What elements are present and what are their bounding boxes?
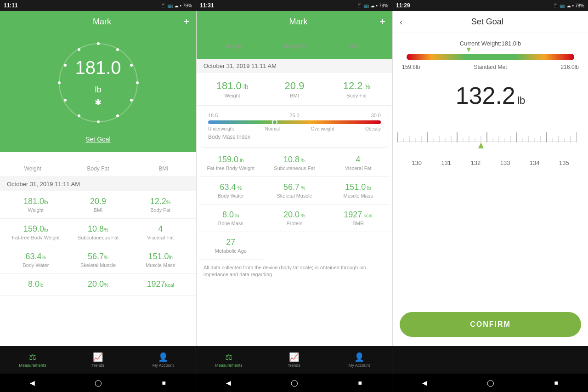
detail-date-row: October 31, 2019 11:11 AM [197, 59, 392, 73]
detail-title: Mark [217, 17, 379, 27]
stat-bmi-label: BMI [131, 165, 196, 172]
range-indicator: ▼ [465, 45, 472, 54]
svg-point-7 [97, 120, 100, 123]
meas-bmr: 1927kcal [129, 279, 192, 290]
home-system-btn-3[interactable]: ◯ [482, 377, 499, 389]
meas-bodyfat-lbl: Body Fat [129, 207, 192, 213]
home-system-btn-1[interactable]: ◯ [90, 377, 107, 389]
nav-account-1[interactable]: 👤 My Account [130, 350, 196, 370]
set-goal-title: Set Goal [407, 17, 567, 27]
svg-point-8 [78, 114, 80, 117]
svg-point-10 [58, 81, 61, 84]
measurements-label-2: Measurements [215, 363, 243, 368]
detail-bmi-val: 20.9 BMI [263, 80, 325, 98]
stat-bodyfat: -- Body Fat [65, 157, 130, 172]
nav-trends-1[interactable]: 📈 Trends [65, 350, 130, 370]
svg-point-11 [64, 64, 67, 67]
detail-weight-val: 181.0 lb [201, 80, 263, 92]
detail-stat-bmi: -- BMI [325, 34, 385, 50]
status-bar-screen2: 11:31 📱 📺 ☁ • 78% [196, 0, 392, 11]
screen-set-goal: ‹ Set Goal Current Weight:181.0lb ▼ 159.… [392, 11, 588, 346]
weight-display: 181.0 lb ✱ [75, 58, 121, 108]
nav-screen1: ⚖ Measurements 📈 Trends 👤 My Account [0, 346, 196, 374]
ruler-svg [397, 119, 577, 151]
nav-screen2: ⚖ Measurements 📈 Trends 👤 My Account [196, 346, 392, 374]
range-mid: Standard Met [474, 64, 507, 70]
detail-bodyfat-val: 12.2 % [326, 80, 388, 92]
measurements-icon-2: ⚖ [225, 352, 232, 362]
dashboard-header: Mark + [7, 16, 189, 28]
detail-add-button[interactable]: + [379, 16, 385, 28]
home-system-btn-2[interactable]: ◯ [286, 377, 303, 389]
detail-bone-mass: 8.0 lb Bone Mass [199, 205, 263, 232]
detail-weight: 181.0 lb Weight [201, 80, 263, 98]
meas-row-4: 8.0lb 20.0% 1927kcal [0, 274, 196, 296]
bluetooth-icon: ✱ [75, 97, 121, 108]
bmi-categories: Underweight Normal Overweight Obesity [208, 126, 381, 131]
ruler-num-133: 133 [500, 159, 510, 166]
bottom-nav: ⚖ Measurements 📈 Trends 👤 My Account ⚖ M… [0, 346, 588, 374]
meas-water-val: 63.4% [5, 252, 67, 261]
bmi-card: 18.5 25.0 30.0 Underweight Normal Overwe… [201, 106, 388, 147]
recents-system-btn-3[interactable]: ■ [549, 377, 562, 389]
weight-gauge: 181.0 lb ✱ [52, 37, 144, 129]
ruler-numbers: 130 131 132 133 134 135 [393, 157, 588, 169]
bmi-scale-labels: 18.5 25.0 30.0 [208, 113, 381, 118]
confirm-button[interactable]: CONFIRM [400, 312, 581, 337]
detail-main-metrics: 181.0 lb Weight 20.9 BMI 12.2 % Body Fat [197, 73, 392, 106]
range-max: 216.0lb [561, 64, 579, 70]
status-icons-screen2: 📱 📺 ☁ • 78% [356, 3, 388, 8]
goal-unit: lb [517, 95, 525, 106]
stat-bodyfat-value: -- [65, 157, 130, 165]
detail-bmi-number: 20.9 [263, 80, 325, 92]
meas-visceral-lbl: Visceral Fat [129, 235, 192, 240]
detail-metabolic-age: 27 Metabolic Age [199, 232, 263, 260]
svg-point-4 [136, 81, 139, 84]
meas-row-3: 63.4% Body Water 56.7% Skeletal Muscle 1… [0, 246, 196, 274]
meas-muscle: 151.0lb Muscle Mass [129, 252, 192, 268]
stat-bodyfat-label: Body Fat [65, 165, 130, 172]
top-stats-row: -- Weight -- Body Fat -- BMI [0, 152, 196, 177]
meas-skeletal: 56.7% Skeletal Muscle [67, 252, 130, 268]
nav-trends-2[interactable]: 📈 Trends [261, 350, 327, 370]
nav-measurements-1[interactable]: ⚖ Measurements [0, 350, 65, 370]
detail-stat-weight: -- Weight [204, 34, 264, 50]
account-label-1: My Account [153, 363, 174, 368]
dashboard-top: Mark + [0, 11, 196, 152]
detail-protein: 20.0 % Protein [263, 205, 327, 232]
stat-weight: -- Weight [0, 157, 65, 172]
back-system-btn-2[interactable]: ◀ [221, 377, 236, 389]
sys-nav-1: ◀ ◯ ■ [0, 374, 196, 392]
stat-bmi: -- BMI [131, 157, 196, 172]
meas-bone-val: 8.0lb [5, 279, 67, 289]
meas-bmi-lbl: BMI [67, 207, 130, 213]
meas-row-1: 181.0lb Weight 20.9 BMI 12.2% Body Fat [0, 191, 196, 219]
meas-weight-lbl: Weight [5, 207, 67, 213]
system-nav: ◀ ◯ ■ ◀ ◯ ■ ◀ ◯ ■ [0, 374, 588, 392]
meas-skeletal-lbl: Skeletal Muscle [67, 262, 130, 268]
range-bar-container: ▼ [407, 54, 574, 60]
nav-account-2[interactable]: 👤 My Account [327, 350, 392, 370]
back-system-btn-1[interactable]: ◀ [25, 377, 40, 389]
back-button[interactable]: ‹ [400, 17, 403, 27]
recents-system-btn-1[interactable]: ■ [157, 377, 170, 389]
back-system-btn-3[interactable]: ◀ [418, 377, 432, 389]
svg-point-3 [130, 64, 133, 67]
detail-top-stats: -- Weight -- Body Fat -- BMI [204, 32, 385, 52]
meas-weight-val: 181.0lb [5, 197, 67, 206]
screen-dashboard: Mark + [0, 11, 196, 346]
bmi-scale-bar [208, 120, 381, 124]
meas-muscle-lbl: Muscle Mass [129, 262, 192, 268]
ruler-section[interactable] [393, 119, 588, 153]
add-button[interactable]: + [183, 16, 189, 28]
detail-subcut-fat: 10.8 % Subcutaneous Fat [263, 149, 327, 177]
trends-icon-1: 📈 [93, 352, 103, 362]
set-goal-button[interactable]: Set Goal [85, 136, 110, 143]
account-label-2: My Account [349, 363, 370, 368]
nav-measurements-2[interactable]: ⚖ Measurements [196, 350, 261, 370]
meas-water-lbl: Body Water [5, 262, 67, 268]
meas-row-2: 159.0lb Fat-free Body Weight 10.8% Subcu… [0, 219, 196, 246]
set-goal-header: ‹ Set Goal [393, 11, 588, 33]
trends-label-2: Trends [288, 363, 300, 368]
recents-system-btn-2[interactable]: ■ [353, 377, 366, 389]
